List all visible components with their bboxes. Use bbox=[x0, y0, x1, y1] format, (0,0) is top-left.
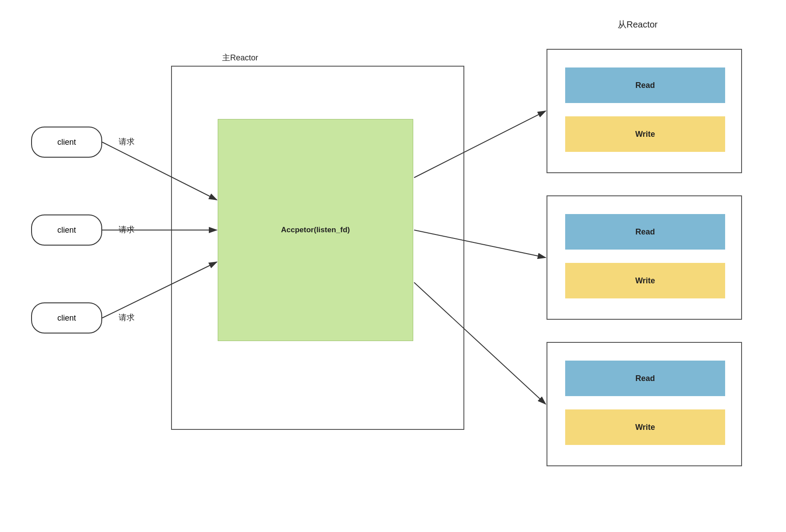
diagram-container: 从Reactor 主Reactor Accpetor(listen_fd) cl… bbox=[0, 0, 786, 532]
request-label-2: 请求 bbox=[119, 224, 135, 235]
sub-reactor-box-2: Read Write bbox=[547, 195, 742, 320]
write-box-2: Write bbox=[565, 263, 725, 298]
client-box-3: client bbox=[31, 302, 102, 333]
request-label-3: 请求 bbox=[119, 312, 135, 323]
write-box-3: Write bbox=[565, 409, 725, 445]
sub-reactor-box-1: Read Write bbox=[547, 49, 742, 173]
client-box-2: client bbox=[31, 214, 102, 246]
read-box-2: Read bbox=[565, 214, 725, 250]
acceptor-box: Accpetor(listen_fd) bbox=[218, 119, 413, 341]
sub-reactor-box-3: Read Write bbox=[547, 342, 742, 466]
read-box-3: Read bbox=[565, 361, 725, 396]
client-box-1: client bbox=[31, 127, 102, 158]
main-reactor-label: 主Reactor bbox=[222, 52, 258, 63]
request-label-1: 请求 bbox=[119, 136, 135, 147]
write-box-1: Write bbox=[565, 116, 725, 152]
read-box-1: Read bbox=[565, 67, 725, 103]
sub-reactor-title: 从Reactor bbox=[618, 19, 658, 31]
